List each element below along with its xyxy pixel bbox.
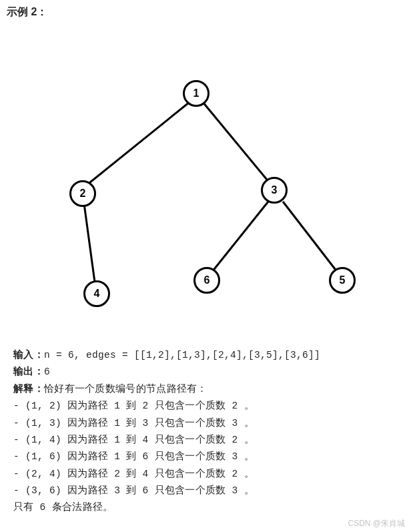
edge-3-5 [283,202,340,275]
explain-label: 解释： [13,384,44,394]
node-1: 1 [183,80,210,107]
edge-3-6 [210,202,268,275]
final-line: 只有 6 条合法路径。 [13,499,397,516]
edge-1-3 [203,102,273,187]
explain-value: 恰好有一个质数编号的节点路径有： [44,384,208,394]
node-2: 2 [69,180,96,207]
output-label: 输出： [13,366,44,377]
node-3: 3 [261,177,288,204]
path-line-5: - (2, 4) 因为路径 2 到 4 只包含一个质数 2 。 [13,466,397,483]
example-heading: 示例 2： [0,0,409,19]
input-label: 输入： [13,350,44,360]
path-line-4: - (1, 6) 因为路径 1 到 6 只包含一个质数 3 。 [13,449,397,465]
path-line-6: - (3, 6) 因为路径 3 到 6 只包含一个质数 3 。 [13,483,397,499]
edge-1-2 [83,102,189,188]
node-5: 5 [329,267,356,294]
node-6: 6 [193,267,220,294]
path-line-2: - (1, 3) 因为路径 1 到 3 只包含一个质数 3 。 [13,415,397,432]
output-value: 6 [44,366,50,377]
text-block: 输入：n = 6, edges = [[1,2],[1,3],[2,4],[3,… [13,347,397,517]
tree-diagram: 1 2 3 4 6 5 [7,73,382,334]
path-line-1: - (1, 2) 因为路径 1 到 2 只包含一个质数 2 。 [13,398,397,415]
edge-2-4 [84,204,95,287]
watermark: CSDN @朱肖城 [348,518,405,529]
input-value: n = 6, edges = [[1,2],[1,3],[2,4],[3,5],… [44,350,320,360]
node-4: 4 [83,280,110,307]
path-line-3: - (1, 4) 因为路径 1 到 4 只包含一个质数 2 。 [13,432,397,449]
